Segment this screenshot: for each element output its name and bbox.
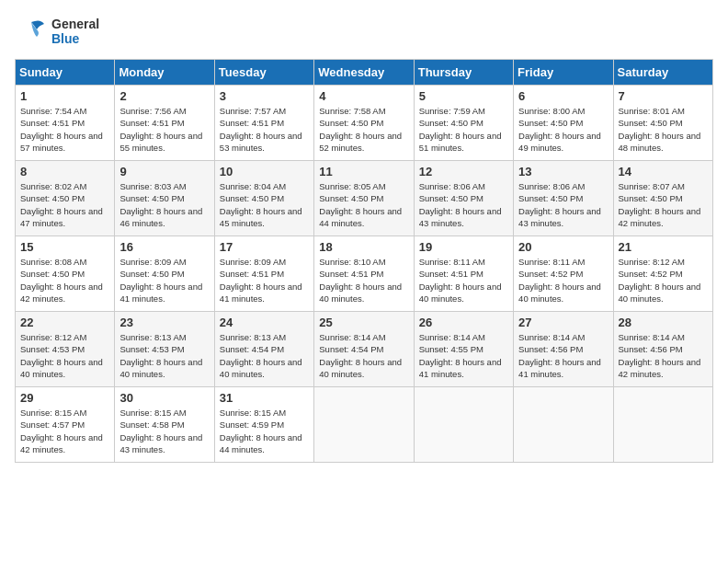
- logo-blue: Blue: [51, 31, 99, 46]
- col-header-tuesday: Tuesday: [214, 60, 313, 86]
- week-row-5: 29 Sunrise: 8:15 AMSunset: 4:57 PMDaylig…: [16, 387, 713, 463]
- logo: General Blue: [15, 15, 99, 48]
- day-cell: 6 Sunrise: 8:00 AMSunset: 4:50 PMDayligh…: [514, 86, 613, 161]
- logo-bird-icon: [15, 15, 48, 48]
- day-info: Sunrise: 8:08 AMSunset: 4:50 PMDaylight:…: [20, 256, 109, 304]
- day-info: Sunrise: 8:09 AMSunset: 4:50 PMDaylight:…: [119, 256, 209, 304]
- day-number: 16: [119, 240, 209, 254]
- day-cell: 8 Sunrise: 8:02 AMSunset: 4:50 PMDayligh…: [16, 161, 115, 236]
- day-number: 1: [20, 89, 109, 103]
- day-cell: 7 Sunrise: 8:01 AMSunset: 4:50 PMDayligh…: [613, 86, 712, 161]
- day-number: 13: [518, 165, 608, 178]
- day-number: 3: [220, 89, 309, 103]
- day-number: 26: [419, 316, 508, 329]
- day-number: 23: [119, 316, 209, 329]
- day-number: 9: [119, 165, 209, 178]
- day-number: 5: [419, 89, 508, 103]
- day-number: 22: [20, 316, 109, 329]
- day-cell: 4 Sunrise: 7:58 AMSunset: 4:50 PMDayligh…: [314, 86, 414, 161]
- day-number: 17: [220, 240, 309, 254]
- logo-general: General: [51, 17, 99, 31]
- day-cell: 30 Sunrise: 8:15 AMSunset: 4:58 PMDaylig…: [115, 387, 214, 463]
- day-number: 14: [619, 165, 708, 178]
- day-info: Sunrise: 8:11 AMSunset: 4:51 PMDaylight:…: [419, 256, 508, 304]
- day-number: 12: [419, 165, 508, 178]
- day-info: Sunrise: 8:01 AMSunset: 4:50 PMDaylight:…: [619, 105, 708, 154]
- day-cell: 25 Sunrise: 8:14 AMSunset: 4:54 PMDaylig…: [314, 312, 414, 387]
- col-header-thursday: Thursday: [414, 60, 513, 86]
- week-row-2: 8 Sunrise: 8:02 AMSunset: 4:50 PMDayligh…: [16, 161, 713, 236]
- day-cell: 19 Sunrise: 8:11 AMSunset: 4:51 PMDaylig…: [414, 236, 513, 312]
- day-number: 28: [619, 316, 708, 329]
- day-number: 10: [220, 165, 309, 178]
- day-info: Sunrise: 7:57 AMSunset: 4:51 PMDaylight:…: [220, 105, 309, 154]
- day-number: 31: [220, 391, 309, 405]
- day-number: 7: [619, 89, 708, 103]
- day-info: Sunrise: 8:03 AMSunset: 4:50 PMDaylight:…: [119, 180, 209, 229]
- day-info: Sunrise: 8:00 AMSunset: 4:50 PMDaylight:…: [518, 105, 608, 154]
- day-info: Sunrise: 7:59 AMSunset: 4:50 PMDaylight:…: [419, 105, 508, 154]
- day-info: Sunrise: 8:02 AMSunset: 4:50 PMDaylight:…: [20, 180, 109, 229]
- day-cell: 10 Sunrise: 8:04 AMSunset: 4:50 PMDaylig…: [214, 161, 313, 236]
- day-number: 6: [518, 89, 608, 103]
- day-info: Sunrise: 7:58 AMSunset: 4:50 PMDaylight:…: [319, 105, 408, 154]
- day-info: Sunrise: 8:07 AMSunset: 4:50 PMDaylight:…: [619, 180, 708, 229]
- day-cell: 1 Sunrise: 7:54 AMSunset: 4:51 PMDayligh…: [16, 86, 115, 161]
- day-cell: 3 Sunrise: 7:57 AMSunset: 4:51 PMDayligh…: [214, 86, 313, 161]
- day-info: Sunrise: 8:11 AMSunset: 4:52 PMDaylight:…: [518, 256, 608, 304]
- day-cell: 18 Sunrise: 8:10 AMSunset: 4:51 PMDaylig…: [314, 236, 414, 312]
- day-info: Sunrise: 8:14 AMSunset: 4:55 PMDaylight:…: [419, 331, 508, 380]
- week-row-3: 15 Sunrise: 8:08 AMSunset: 4:50 PMDaylig…: [16, 236, 713, 312]
- day-number: 18: [319, 240, 408, 254]
- day-info: Sunrise: 8:13 AMSunset: 4:53 PMDaylight:…: [119, 331, 209, 380]
- day-info: Sunrise: 7:54 AMSunset: 4:51 PMDaylight:…: [20, 105, 109, 154]
- day-cell: 28 Sunrise: 8:14 AMSunset: 4:56 PMDaylig…: [613, 312, 712, 387]
- col-header-wednesday: Wednesday: [314, 60, 414, 86]
- day-info: Sunrise: 8:14 AMSunset: 4:54 PMDaylight:…: [319, 331, 408, 380]
- day-number: 19: [419, 240, 508, 254]
- header-row: SundayMondayTuesdayWednesdayThursdayFrid…: [16, 60, 713, 86]
- day-cell: 20 Sunrise: 8:11 AMSunset: 4:52 PMDaylig…: [514, 236, 613, 312]
- day-number: 11: [319, 165, 408, 178]
- day-number: 20: [518, 240, 608, 254]
- day-cell: 22 Sunrise: 8:12 AMSunset: 4:53 PMDaylig…: [16, 312, 115, 387]
- day-cell: 31 Sunrise: 8:15 AMSunset: 4:59 PMDaylig…: [214, 387, 313, 463]
- day-number: 30: [119, 391, 209, 405]
- day-info: Sunrise: 8:15 AMSunset: 4:59 PMDaylight:…: [220, 407, 309, 455]
- day-number: 21: [619, 240, 708, 254]
- calendar-table: SundayMondayTuesdayWednesdayThursdayFrid…: [15, 59, 713, 463]
- day-info: Sunrise: 8:15 AMSunset: 4:58 PMDaylight:…: [119, 407, 209, 455]
- col-header-saturday: Saturday: [613, 60, 712, 86]
- week-row-1: 1 Sunrise: 7:54 AMSunset: 4:51 PMDayligh…: [16, 86, 713, 161]
- day-cell: 23 Sunrise: 8:13 AMSunset: 4:53 PMDaylig…: [115, 312, 214, 387]
- day-info: Sunrise: 8:14 AMSunset: 4:56 PMDaylight:…: [619, 331, 708, 380]
- day-info: Sunrise: 8:06 AMSunset: 4:50 PMDaylight:…: [419, 180, 508, 229]
- day-cell: 29 Sunrise: 8:15 AMSunset: 4:57 PMDaylig…: [16, 387, 115, 463]
- day-cell: 15 Sunrise: 8:08 AMSunset: 4:50 PMDaylig…: [16, 236, 115, 312]
- day-cell: 2 Sunrise: 7:56 AMSunset: 4:51 PMDayligh…: [115, 86, 214, 161]
- day-cell: 16 Sunrise: 8:09 AMSunset: 4:50 PMDaylig…: [115, 236, 214, 312]
- day-info: Sunrise: 7:56 AMSunset: 4:51 PMDaylight:…: [119, 105, 209, 154]
- day-cell: 13 Sunrise: 8:06 AMSunset: 4:50 PMDaylig…: [514, 161, 613, 236]
- day-number: 4: [319, 89, 408, 103]
- day-cell: 14 Sunrise: 8:07 AMSunset: 4:50 PMDaylig…: [613, 161, 712, 236]
- day-cell: 11 Sunrise: 8:05 AMSunset: 4:50 PMDaylig…: [314, 161, 414, 236]
- day-cell: [613, 387, 712, 463]
- day-info: Sunrise: 8:15 AMSunset: 4:57 PMDaylight:…: [20, 407, 109, 455]
- day-cell: 5 Sunrise: 7:59 AMSunset: 4:50 PMDayligh…: [414, 86, 513, 161]
- day-cell: [314, 387, 414, 463]
- day-number: 24: [220, 316, 309, 329]
- day-cell: 9 Sunrise: 8:03 AMSunset: 4:50 PMDayligh…: [115, 161, 214, 236]
- col-header-monday: Monday: [115, 60, 214, 86]
- day-cell: 17 Sunrise: 8:09 AMSunset: 4:51 PMDaylig…: [214, 236, 313, 312]
- day-number: 25: [319, 316, 408, 329]
- day-info: Sunrise: 8:10 AMSunset: 4:51 PMDaylight:…: [319, 256, 408, 304]
- day-info: Sunrise: 8:12 AMSunset: 4:52 PMDaylight:…: [619, 256, 708, 304]
- week-row-4: 22 Sunrise: 8:12 AMSunset: 4:53 PMDaylig…: [16, 312, 713, 387]
- day-number: 27: [518, 316, 608, 329]
- day-info: Sunrise: 8:05 AMSunset: 4:50 PMDaylight:…: [319, 180, 408, 229]
- day-cell: 27 Sunrise: 8:14 AMSunset: 4:56 PMDaylig…: [514, 312, 613, 387]
- day-number: 8: [20, 165, 109, 178]
- day-cell: [514, 387, 613, 463]
- day-cell: 21 Sunrise: 8:12 AMSunset: 4:52 PMDaylig…: [613, 236, 712, 312]
